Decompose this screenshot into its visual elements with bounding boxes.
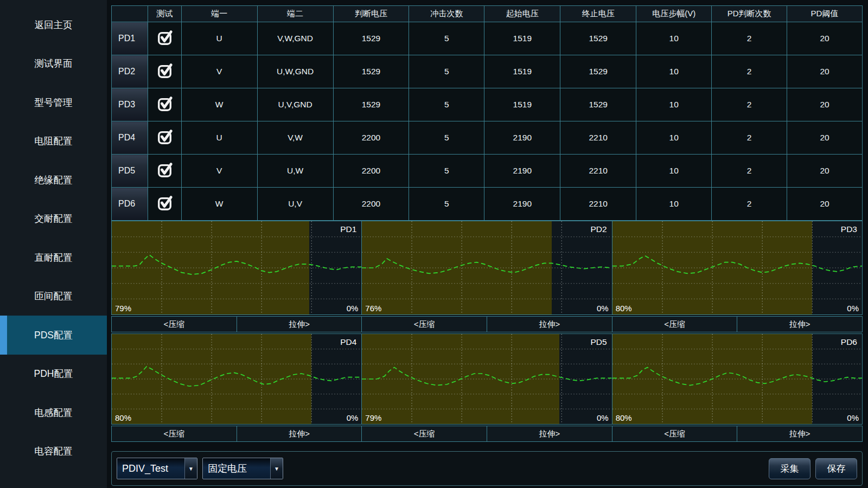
compress-button[interactable]: <压缩 xyxy=(111,426,237,442)
checked-checkbox-icon[interactable] xyxy=(157,29,173,46)
cell-pd_threshold[interactable]: 20 xyxy=(787,188,863,221)
cell-start_v[interactable]: 2190 xyxy=(484,121,560,155)
cell-step_v[interactable]: 10 xyxy=(636,188,712,221)
sidebar-item-交耐配置[interactable]: 交耐配置 xyxy=(0,200,107,239)
cell-end_v[interactable]: 2210 xyxy=(560,155,636,188)
cell-impulse[interactable]: 5 xyxy=(409,22,484,55)
save-button[interactable]: 保存 xyxy=(815,458,857,479)
stretch-button[interactable]: 拉伸> xyxy=(737,426,863,442)
cell-pd_count[interactable]: 2 xyxy=(712,155,787,188)
stretch-button[interactable]: 拉伸> xyxy=(487,426,612,442)
sidebar-item-PDS配置[interactable]: PDS配置 xyxy=(0,316,107,355)
waveform-plot xyxy=(112,334,361,424)
cell-pd_count[interactable]: 2 xyxy=(712,55,787,88)
cell-end_v[interactable]: 1529 xyxy=(560,22,636,55)
waveform-plot xyxy=(362,334,611,424)
cell-judge_v[interactable]: 2200 xyxy=(333,155,409,188)
cell-start_v[interactable]: 1519 xyxy=(484,88,560,121)
cell-pd_threshold[interactable]: 20 xyxy=(787,22,863,55)
sidebar-item-电感配置[interactable]: 电感配置 xyxy=(0,393,107,432)
sidebar-item-绝缘配置[interactable]: 绝缘配置 xyxy=(0,160,107,200)
stretch-button[interactable]: 拉伸> xyxy=(737,316,863,332)
cell-pd_count[interactable]: 2 xyxy=(712,188,787,221)
cell-t1[interactable]: U xyxy=(181,121,257,155)
cell-end_v[interactable]: 2210 xyxy=(560,121,636,155)
cell-t2[interactable]: V,W xyxy=(257,121,333,155)
cell-judge_v[interactable]: 1529 xyxy=(333,55,409,88)
cell-pd_count[interactable]: 2 xyxy=(712,121,787,155)
cell-impulse[interactable]: 5 xyxy=(409,155,484,188)
test-checkbox-cell[interactable] xyxy=(148,22,181,55)
cell-t1[interactable]: V xyxy=(181,55,257,88)
cell-impulse[interactable]: 5 xyxy=(409,188,484,221)
cell-judge_v[interactable]: 1529 xyxy=(333,22,409,55)
test-name-select[interactable]: PDIV_Test ▼ xyxy=(117,458,197,479)
cell-step_v[interactable]: 10 xyxy=(636,22,712,55)
test-checkbox-cell[interactable] xyxy=(148,55,181,88)
checked-checkbox-icon[interactable] xyxy=(157,95,173,112)
checked-checkbox-icon[interactable] xyxy=(157,194,173,211)
cell-pd_threshold[interactable]: 20 xyxy=(787,55,863,88)
cell-judge_v[interactable]: 2200 xyxy=(333,188,409,221)
sidebar-item-匝间配置[interactable]: 匝间配置 xyxy=(0,277,107,316)
cell-impulse[interactable]: 5 xyxy=(409,88,484,121)
cell-start_v[interactable]: 2190 xyxy=(484,188,560,221)
cell-start_v[interactable]: 1519 xyxy=(484,22,560,55)
checked-checkbox-icon[interactable] xyxy=(157,128,173,145)
cell-t2[interactable]: U,W,GND xyxy=(257,55,333,88)
cell-step_v[interactable]: 10 xyxy=(636,55,712,88)
cell-step_v[interactable]: 10 xyxy=(636,155,712,188)
cell-pd_count[interactable]: 2 xyxy=(712,88,787,121)
compress-button[interactable]: <压缩 xyxy=(362,316,487,332)
cell-pd_threshold[interactable]: 20 xyxy=(787,155,863,188)
compress-button[interactable]: <压缩 xyxy=(612,316,738,332)
sidebar-item-返回主页[interactable]: 返回主页 xyxy=(0,5,107,44)
cell-t1[interactable]: V xyxy=(181,155,257,188)
sidebar-item-直耐配置[interactable]: 直耐配置 xyxy=(0,238,107,277)
test-checkbox-cell[interactable] xyxy=(148,155,181,188)
cell-end_v[interactable]: 2210 xyxy=(560,188,636,221)
cell-pd_count[interactable]: 2 xyxy=(712,22,787,55)
checked-checkbox-icon[interactable] xyxy=(157,62,173,79)
compress-button[interactable]: <压缩 xyxy=(612,426,738,442)
test-checkbox-cell[interactable] xyxy=(148,88,181,121)
cell-end_v[interactable]: 1529 xyxy=(560,88,636,121)
voltage-mode-select[interactable]: 固定电压 ▼ xyxy=(202,458,283,479)
cell-end_v[interactable]: 1529 xyxy=(560,55,636,88)
sidebar-item-电容配置[interactable]: 电容配置 xyxy=(0,432,107,471)
test-checkbox-cell[interactable] xyxy=(148,188,181,221)
cell-t2[interactable]: V,W,GND xyxy=(257,22,333,55)
cell-t2[interactable]: U,V xyxy=(257,188,333,221)
cell-t2[interactable]: U,V,GND xyxy=(257,88,333,121)
cell-judge_v[interactable]: 1529 xyxy=(333,88,409,121)
cell-t1[interactable]: W xyxy=(181,188,257,221)
stretch-button[interactable]: 拉伸> xyxy=(487,316,612,332)
sidebar-item-PDH配置[interactable]: PDH配置 xyxy=(0,355,107,394)
collect-button[interactable]: 采集 xyxy=(769,458,810,479)
compress-button[interactable]: <压缩 xyxy=(111,316,237,332)
cell-step_v[interactable]: 10 xyxy=(636,88,712,121)
test-checkbox-cell[interactable] xyxy=(148,121,181,155)
cell-t2[interactable]: U,W xyxy=(257,155,333,188)
sidebar-item-电阻配置[interactable]: 电阻配置 xyxy=(0,122,107,161)
checked-checkbox-icon[interactable] xyxy=(157,161,173,178)
cell-start_v[interactable]: 1519 xyxy=(484,55,560,88)
cell-start_v[interactable]: 2190 xyxy=(484,155,560,188)
sidebar-item-测试界面[interactable]: 测试界面 xyxy=(0,44,107,84)
chevron-down-icon[interactable]: ▼ xyxy=(184,458,197,479)
cell-judge_v[interactable]: 2200 xyxy=(333,121,409,155)
cell-step_v[interactable]: 10 xyxy=(636,121,712,155)
stretch-button[interactable]: 拉伸> xyxy=(237,426,362,442)
cell-t1[interactable]: W xyxy=(181,88,257,121)
compress-button[interactable]: <压缩 xyxy=(362,426,487,442)
panel-title: PD5 xyxy=(591,337,607,347)
cell-pd_threshold[interactable]: 20 xyxy=(787,121,863,155)
cell-t1[interactable]: U xyxy=(181,22,257,55)
stretch-button[interactable]: 拉伸> xyxy=(237,316,362,332)
cell-impulse[interactable]: 5 xyxy=(409,121,484,155)
cell-pd_threshold[interactable]: 20 xyxy=(787,88,863,121)
chevron-down-icon[interactable]: ▼ xyxy=(270,458,283,479)
cell-impulse[interactable]: 5 xyxy=(409,55,484,88)
sidebar-item-型号管理[interactable]: 型号管理 xyxy=(0,83,107,122)
row-label: PD5 xyxy=(112,155,148,188)
